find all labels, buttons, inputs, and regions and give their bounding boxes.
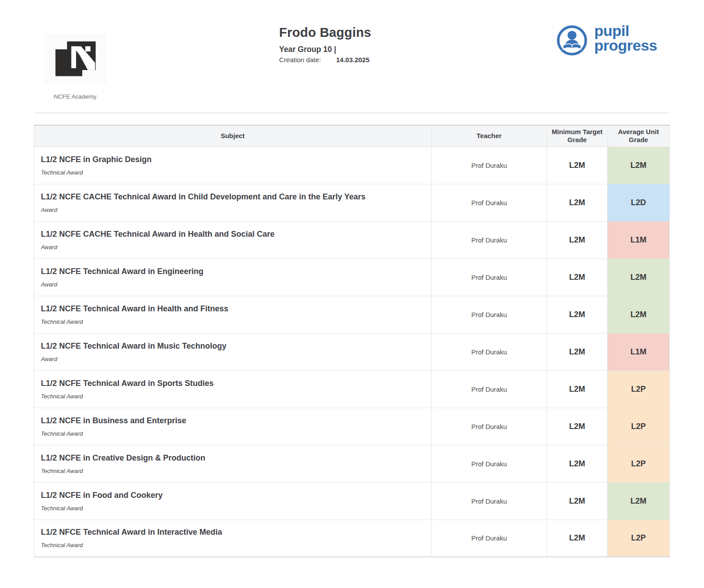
table-row: L1/2 NCFE Technical Award in Health and … bbox=[34, 296, 670, 333]
qualification-type: Technical Award bbox=[41, 169, 424, 176]
teacher-cell: Prof Duraku bbox=[432, 296, 547, 333]
minimum-target-grade-cell: L2M bbox=[547, 333, 608, 370]
minimum-target-grade-cell: L2M bbox=[547, 445, 608, 482]
title-block: Frodo Baggins Year Group 10 | Creation d… bbox=[279, 25, 371, 64]
grades-table: Subject Teacher Minimum Target Grade Ave… bbox=[34, 125, 669, 557]
teacher-cell: Prof Duraku bbox=[432, 370, 547, 408]
teacher-cell: Prof Duraku bbox=[432, 147, 547, 184]
brand-line-1: pupil bbox=[594, 24, 657, 38]
school-logo-box bbox=[44, 34, 107, 84]
qualification-type: Technical Award bbox=[41, 318, 424, 325]
qualification-type: Award bbox=[41, 244, 424, 250]
teacher-cell: Prof Duraku bbox=[432, 221, 547, 258]
average-grade-cell: L1M bbox=[608, 221, 670, 258]
ncfe-logo-icon bbox=[54, 40, 97, 78]
minimum-target-grade-cell: L2M bbox=[547, 408, 608, 445]
subject-cell: L1/2 NCFE in Business and Enterprise Tec… bbox=[34, 408, 432, 445]
creation-date-value: 14.03.2025 bbox=[336, 56, 369, 64]
qualification-type: Award bbox=[41, 281, 424, 288]
header-average-unit-grade: Average Unit Grade bbox=[608, 125, 670, 147]
subject-cell: L1/2 NFCE Technical Award in Interactive… bbox=[34, 520, 432, 557]
table-header-row: Subject Teacher Minimum Target Grade Ave… bbox=[34, 125, 670, 147]
brand-line-2: progress bbox=[594, 38, 657, 53]
minimum-target-grade-cell: L2M bbox=[547, 482, 608, 520]
report-page: NCFE Academy Frodo Baggins Year Group 10… bbox=[0, 0, 704, 588]
pupil-progress-wordmark: pupil progress bbox=[594, 24, 657, 53]
subject-name: L1/2 NCFE CACHE Technical Award in Child… bbox=[41, 192, 424, 202]
subject-cell: L1/2 NCFE Technical Award in Music Techn… bbox=[34, 333, 432, 370]
average-grade-cell: L2P bbox=[608, 370, 670, 408]
qualification-type: Technical Award bbox=[41, 393, 424, 400]
table-body: L1/2 NCFE in Graphic Design Technical Aw… bbox=[34, 147, 670, 557]
table-row: L1/2 NCFE Technical Award in Sports Stud… bbox=[34, 370, 670, 408]
table-row: L1/2 NCFE in Business and Enterprise Tec… bbox=[34, 408, 670, 445]
minimum-target-grade-cell: L2M bbox=[547, 296, 608, 333]
qualification-type: Technical Award bbox=[41, 468, 424, 474]
header-teacher: Teacher bbox=[432, 125, 547, 147]
minimum-target-grade-cell: L2M bbox=[547, 370, 608, 408]
average-grade-cell: L2D bbox=[608, 184, 670, 221]
subject-name: L1/2 NCFE in Food and Cookery bbox=[41, 491, 424, 500]
qualification-type: Technical Award bbox=[41, 430, 424, 437]
average-grade-cell: L2M bbox=[608, 147, 670, 184]
minimum-target-grade-cell: L2M bbox=[547, 221, 608, 258]
teacher-cell: Prof Duraku bbox=[432, 408, 547, 445]
header-subject: Subject bbox=[34, 125, 432, 147]
header-divider bbox=[34, 112, 669, 113]
table-row: L1/2 NCFE Technical Award in Music Techn… bbox=[34, 333, 670, 370]
average-grade-cell: L2M bbox=[608, 296, 670, 333]
minimum-target-grade-cell: L2M bbox=[547, 184, 608, 221]
average-grade-cell: L2P bbox=[608, 520, 670, 557]
average-grade-cell: L1M bbox=[608, 333, 670, 370]
subject-name: L1/2 NCFE Technical Award in Sports Stud… bbox=[41, 379, 424, 388]
teacher-cell: Prof Duraku bbox=[432, 258, 547, 296]
qualification-type: Award bbox=[41, 356, 424, 362]
subject-cell: L1/2 NCFE Technical Award in Engineering… bbox=[34, 258, 432, 296]
table-row: L1/2 NCFE in Graphic Design Technical Aw… bbox=[34, 147, 670, 184]
minimum-target-grade-cell: L2M bbox=[547, 520, 608, 557]
minimum-target-grade-cell: L2M bbox=[547, 147, 608, 184]
average-grade-cell: L2P bbox=[608, 445, 670, 482]
pupil-progress-icon bbox=[556, 24, 588, 56]
pupil-progress-logo: pupil progress bbox=[556, 24, 657, 56]
teacher-cell: Prof Duraku bbox=[432, 333, 547, 370]
table-row: L1/2 NCFE in Food and Cookery Technical … bbox=[34, 482, 670, 520]
average-grade-cell: L2P bbox=[608, 408, 670, 445]
average-grade-cell: L2M bbox=[608, 482, 670, 520]
subject-cell: L1/2 NCFE in Graphic Design Technical Aw… bbox=[34, 147, 432, 184]
subject-name: L1/2 NCFE in Creative Design & Productio… bbox=[41, 453, 424, 463]
subject-cell: L1/2 NCFE in Creative Design & Productio… bbox=[34, 445, 432, 482]
teacher-cell: Prof Duraku bbox=[432, 482, 547, 520]
table-row: L1/2 NCFE in Creative Design & Productio… bbox=[34, 445, 670, 482]
subject-name: L1/2 NCFE CACHE Technical Award in Healt… bbox=[41, 230, 424, 239]
subject-name: L1/2 NCFE in Business and Enterprise bbox=[41, 416, 424, 425]
table-row: L1/2 NCFE CACHE Technical Award in Child… bbox=[34, 184, 670, 221]
subject-cell: L1/2 NCFE CACHE Technical Award in Child… bbox=[34, 184, 432, 221]
header-minimum-target-grade: Minimum Target Grade bbox=[547, 125, 608, 147]
creation-date-label: Creation date: bbox=[279, 56, 321, 64]
subject-name: L1/2 NCFE Technical Award in Music Techn… bbox=[41, 342, 424, 351]
teacher-cell: Prof Duraku bbox=[432, 520, 547, 557]
qualification-type: Award bbox=[41, 207, 424, 213]
table-row: L1/2 NFCE Technical Award in Interactive… bbox=[34, 520, 670, 557]
subject-cell: L1/2 NCFE CACHE Technical Award in Healt… bbox=[34, 221, 432, 258]
average-grade-cell: L2M bbox=[608, 258, 670, 296]
qualification-type: Technical Award bbox=[41, 505, 424, 512]
subject-name: L1/2 NCFE Technical Award in Engineering bbox=[41, 267, 424, 276]
subject-cell: L1/2 NCFE Technical Award in Sports Stud… bbox=[34, 370, 432, 408]
teacher-cell: Prof Duraku bbox=[432, 184, 547, 221]
year-group: Year Group 10 | bbox=[279, 45, 371, 54]
subject-name: L1/2 NCFE in Graphic Design bbox=[41, 155, 424, 164]
table-row: L1/2 NCFE Technical Award in Engineering… bbox=[34, 258, 670, 296]
qualification-type: Technical Award bbox=[41, 542, 424, 548]
school-name: NCFE Academy bbox=[54, 93, 96, 100]
subject-name: L1/2 NCFE Technical Award in Health and … bbox=[41, 304, 424, 314]
student-name: Frodo Baggins bbox=[279, 25, 371, 40]
table-row: L1/2 NCFE CACHE Technical Award in Healt… bbox=[34, 221, 670, 258]
creation-date-row: Creation date:14.03.2025 bbox=[279, 56, 371, 64]
minimum-target-grade-cell: L2M bbox=[547, 258, 608, 296]
subject-name: L1/2 NFCE Technical Award in Interactive… bbox=[41, 528, 424, 537]
teacher-cell: Prof Duraku bbox=[432, 445, 547, 482]
subject-cell: L1/2 NCFE in Food and Cookery Technical … bbox=[34, 482, 432, 520]
subject-cell: L1/2 NCFE Technical Award in Health and … bbox=[34, 296, 432, 333]
